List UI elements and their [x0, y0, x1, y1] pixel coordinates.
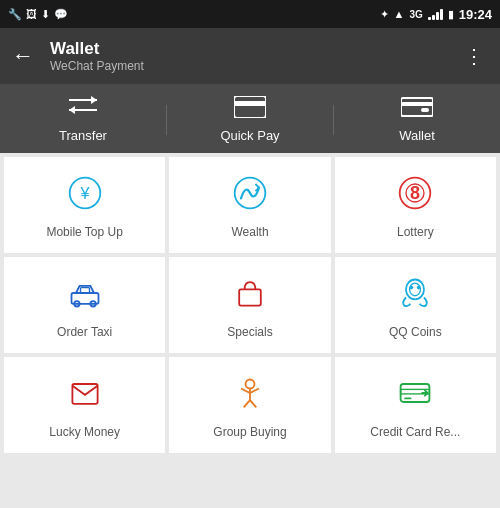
lucky-money-icon [67, 375, 103, 417]
svg-marker-1 [91, 96, 97, 104]
grid-cell-order-taxi[interactable]: Order Taxi [4, 257, 165, 353]
status-bar: 🔧 🖼 ⬇ 💬 ✦ ▲ 3G ▮ 19:24 [0, 0, 500, 28]
status-chat-icon: 💬 [54, 8, 68, 21]
svg-line-29 [244, 400, 250, 407]
status-download-icon: ⬇ [41, 8, 50, 21]
toolbar-title-block: Wallet WeChat Payment [50, 39, 460, 73]
transfer-icon [69, 96, 97, 122]
grid-cell-credit-card[interactable]: Credit Card Re... [335, 357, 496, 453]
quickpay-label: Quick Pay [220, 128, 279, 143]
svg-rect-6 [401, 98, 433, 116]
quick-actions-bar: Transfer Quick Pay Wallet [0, 84, 500, 153]
specials-label: Specials [227, 325, 272, 339]
svg-point-23 [417, 286, 421, 290]
lucky-money-label: Lucky Money [49, 425, 120, 439]
group-buying-icon [232, 375, 268, 417]
credit-card-icon [397, 375, 433, 417]
wealth-label: Wealth [231, 225, 268, 239]
svg-marker-3 [69, 106, 75, 114]
order-taxi-icon [67, 275, 103, 317]
mobile-top-up-label: Mobile Top Up [46, 225, 123, 239]
grid-cell-qq-coins[interactable]: QQ Coins [335, 257, 496, 353]
lottery-icon: 8 [397, 175, 433, 217]
wifi-icon: ▲ [394, 8, 405, 20]
group-buying-label: Group Buying [213, 425, 286, 439]
grid-row-3: Lucky Money Group Buying [4, 357, 496, 453]
signal-bar-3 [436, 12, 439, 20]
signal-bars [428, 8, 443, 20]
grid-cell-specials[interactable]: Specials [169, 257, 330, 353]
svg-rect-8 [421, 108, 429, 112]
network-label: 3G [409, 9, 422, 20]
status-time: 19:24 [459, 7, 492, 22]
svg-rect-7 [401, 102, 433, 106]
quick-action-wallet[interactable]: Wallet [334, 96, 500, 143]
status-bar-right: ✦ ▲ 3G ▮ 19:24 [380, 7, 492, 22]
svg-point-22 [410, 286, 414, 290]
more-button[interactable]: ⋮ [460, 40, 488, 72]
lottery-label: Lottery [397, 225, 434, 239]
transfer-label: Transfer [59, 128, 107, 143]
wealth-icon [232, 175, 268, 217]
toolbar-subtitle: WeChat Payment [50, 59, 460, 73]
qq-coins-label: QQ Coins [389, 325, 442, 339]
back-button[interactable]: ← [12, 39, 42, 73]
svg-point-25 [245, 380, 254, 389]
quick-action-transfer[interactable]: Transfer [0, 96, 166, 143]
grid-area: ¥ Mobile Top Up Wealth 8 [0, 153, 500, 461]
grid-cell-group-buying[interactable]: Group Buying [169, 357, 330, 453]
toolbar-title: Wallet [50, 39, 460, 59]
specials-icon [232, 275, 268, 317]
quick-action-quickpay[interactable]: Quick Pay [167, 96, 333, 143]
svg-rect-33 [405, 398, 412, 400]
svg-rect-19 [239, 289, 261, 305]
signal-bar-1 [428, 17, 431, 20]
signal-bar-4 [440, 9, 443, 20]
grid-row-1: ¥ Mobile Top Up Wealth 8 [4, 157, 496, 253]
status-tools-icon: 🔧 [8, 8, 22, 21]
signal-bar-2 [432, 15, 435, 20]
grid-cell-lucky-money[interactable]: Lucky Money [4, 357, 165, 453]
credit-card-label: Credit Card Re... [370, 425, 460, 439]
svg-rect-4 [234, 96, 266, 118]
order-taxi-label: Order Taxi [57, 325, 112, 339]
qq-coins-icon [397, 275, 433, 317]
grid-cell-lottery[interactable]: 8 Lottery [335, 157, 496, 253]
svg-line-30 [250, 400, 256, 407]
mobile-top-up-icon: ¥ [67, 175, 103, 217]
bluetooth-icon: ✦ [380, 8, 389, 21]
status-bar-left: 🔧 🖼 ⬇ 💬 [8, 8, 68, 21]
toolbar: ← Wallet WeChat Payment ⋮ [0, 28, 500, 84]
svg-point-21 [410, 283, 421, 296]
quickpay-icon [234, 96, 266, 122]
svg-text:¥: ¥ [79, 184, 90, 202]
wallet-icon [401, 96, 433, 122]
wallet-label: Wallet [399, 128, 435, 143]
status-image-icon: 🖼 [26, 8, 37, 20]
battery-icon: ▮ [448, 8, 454, 21]
grid-cell-mobile-top-up[interactable]: ¥ Mobile Top Up [4, 157, 165, 253]
grid-cell-wealth[interactable]: Wealth [169, 157, 330, 253]
svg-rect-5 [234, 101, 266, 106]
svg-text:8: 8 [410, 183, 420, 203]
grid-row-2: Order Taxi Specials [4, 257, 496, 353]
